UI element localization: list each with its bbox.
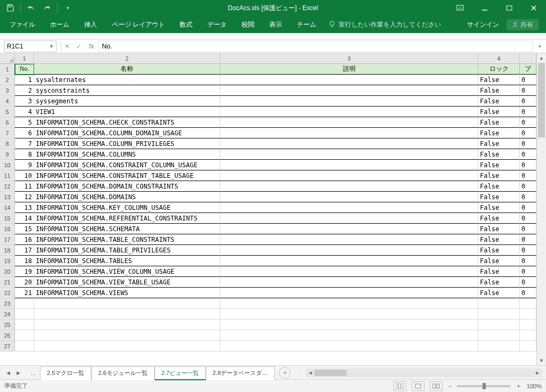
cell[interactable]: 0 xyxy=(520,117,536,128)
scroll-left-icon[interactable]: ◄ xyxy=(306,370,315,375)
cell[interactable]: 21 xyxy=(15,288,34,298)
sheet-first-icon[interactable]: ◄ xyxy=(5,370,11,376)
cell[interactable]: 0 xyxy=(520,288,536,298)
cell[interactable]: INFORMATION_SCHEMA.COLUMNS xyxy=(34,149,220,160)
cell[interactable]: 0 xyxy=(520,107,536,117)
cell[interactable]: 17 xyxy=(15,245,34,256)
formula-input[interactable]: No. xyxy=(98,40,533,52)
cell[interactable] xyxy=(520,341,536,352)
cell[interactable]: 0 xyxy=(520,277,536,288)
cell[interactable]: False xyxy=(478,181,520,192)
cell[interactable]: 8 xyxy=(15,149,34,160)
tell-me[interactable]: 実行したい作業を入力してください xyxy=(329,20,441,29)
row-header[interactable]: 9 xyxy=(0,149,15,160)
scroll-thumb[interactable] xyxy=(538,63,545,137)
cell[interactable] xyxy=(34,298,220,309)
cell[interactable] xyxy=(220,224,478,234)
cell[interactable] xyxy=(220,117,478,128)
cell[interactable]: 0 xyxy=(520,202,536,213)
ribbon-tab[interactable]: ページ レイアウト xyxy=(105,16,172,33)
cell[interactable]: 1 xyxy=(15,75,34,85)
cell[interactable]: 0 xyxy=(520,85,536,96)
cell[interactable] xyxy=(478,298,520,309)
cell[interactable]: 0 xyxy=(520,138,536,149)
name-box[interactable]: R1C1 ▼ xyxy=(4,40,57,52)
cell[interactable]: 9 xyxy=(15,160,34,170)
enter-formula-icon[interactable]: ✓ xyxy=(76,43,82,50)
cell[interactable]: False xyxy=(478,277,520,288)
cell[interactable]: 3 xyxy=(15,96,34,107)
cell[interactable] xyxy=(15,309,34,320)
cell[interactable] xyxy=(15,341,34,352)
vertical-scrollbar[interactable]: ▲ ▼ xyxy=(536,53,546,365)
cell[interactable]: VIEW1 xyxy=(34,107,220,117)
ribbon-tab[interactable]: ホーム xyxy=(43,16,77,33)
select-all-corner[interactable] xyxy=(0,53,15,64)
cell[interactable]: INFORMATION_SCHEMA.DOMAINS xyxy=(34,192,220,202)
cell[interactable]: 16 xyxy=(15,234,34,245)
cell[interactable]: 0 xyxy=(520,128,536,138)
cell[interactable] xyxy=(520,320,536,330)
row-header[interactable]: 22 xyxy=(0,288,15,298)
cell[interactable] xyxy=(478,309,520,320)
cell[interactable]: False xyxy=(478,234,520,245)
column-header[interactable]: 4 xyxy=(478,53,520,64)
cell[interactable]: INFORMATION_SCHEMA.TABLES xyxy=(34,256,220,266)
zoom-out-icon[interactable]: − xyxy=(448,383,451,389)
cell[interactable]: INFORMATION_SCHEMA.SCHEMATA xyxy=(34,224,220,234)
cell[interactable]: False xyxy=(478,224,520,234)
cell[interactable]: sysconstraints xyxy=(34,85,220,96)
view-normal-icon[interactable] xyxy=(394,381,406,391)
undo-icon[interactable] xyxy=(24,1,38,15)
cell[interactable]: False xyxy=(478,170,520,181)
row-header[interactable]: 8 xyxy=(0,138,15,149)
ribbon-tab[interactable]: 校閲 xyxy=(234,16,262,33)
row-header[interactable]: 16 xyxy=(0,224,15,234)
cell[interactable]: sysalternates xyxy=(34,75,220,85)
row-header[interactable]: 6 xyxy=(0,117,15,128)
cell[interactable]: 0 xyxy=(520,149,536,160)
cell[interactable] xyxy=(15,320,34,330)
cell[interactable] xyxy=(34,330,220,341)
cell[interactable]: INFORMATION_SCHEMA.VIEW_TABLE_USAGE xyxy=(34,277,220,288)
scroll-down-icon[interactable]: ▼ xyxy=(537,356,546,365)
cell[interactable]: 4 xyxy=(15,107,34,117)
sheet-tab[interactable]: 2.7ビュー一覧 xyxy=(155,366,206,380)
sheet-next-icon[interactable]: ► xyxy=(15,370,21,376)
cell[interactable]: INFORMATION_SCHEMA.VIEW_COLUMN_USAGE xyxy=(34,266,220,277)
row-header[interactable]: 3 xyxy=(0,85,15,96)
cell[interactable]: INFORMATION_SCHEMA.CONSTRAINT_TABLE_USAG… xyxy=(34,170,220,181)
cell[interactable]: ロック xyxy=(478,64,520,75)
sheet-overflow[interactable]: ... xyxy=(27,370,40,376)
cell[interactable] xyxy=(520,298,536,309)
cell[interactable]: 7 xyxy=(15,138,34,149)
row-header[interactable]: 25 xyxy=(0,320,15,330)
cell[interactable]: プ xyxy=(520,64,536,75)
cell[interactable]: 名称 xyxy=(34,64,220,75)
cell[interactable] xyxy=(220,160,478,170)
cell[interactable] xyxy=(220,256,478,266)
cell[interactable]: 0 xyxy=(520,192,536,202)
cell[interactable] xyxy=(220,202,478,213)
save-icon[interactable] xyxy=(3,1,17,15)
cell[interactable]: 0 xyxy=(520,160,536,170)
add-sheet-button[interactable]: ＋ xyxy=(279,367,291,379)
cell[interactable]: False xyxy=(478,128,520,138)
cell[interactable]: False xyxy=(478,149,520,160)
cell[interactable]: INFORMATION_SCHEMA.REFERENTIAL_CONSTRAIN… xyxy=(34,213,220,224)
cell[interactable] xyxy=(478,330,520,341)
cell[interactable]: False xyxy=(478,192,520,202)
cells[interactable]: No.名称説明ロックプ1sysalternatesFalse02sysconst… xyxy=(15,64,536,365)
cell[interactable]: INFORMATION_SCHEMA.TABLE_PRIVILEGES xyxy=(34,245,220,256)
cell[interactable]: False xyxy=(478,138,520,149)
row-header[interactable]: 17 xyxy=(0,234,15,245)
hscroll-thumb[interactable] xyxy=(315,370,347,376)
fx-icon[interactable]: fx xyxy=(89,43,94,50)
column-header[interactable]: 1 xyxy=(15,53,34,64)
cell[interactable]: 20 xyxy=(15,277,34,288)
cell[interactable] xyxy=(220,277,478,288)
cell[interactable]: 0 xyxy=(520,96,536,107)
sheet-tab[interactable]: 2.5マクロ一覧 xyxy=(40,366,91,380)
row-header[interactable]: 7 xyxy=(0,128,15,138)
minimize-icon[interactable] xyxy=(472,0,497,16)
